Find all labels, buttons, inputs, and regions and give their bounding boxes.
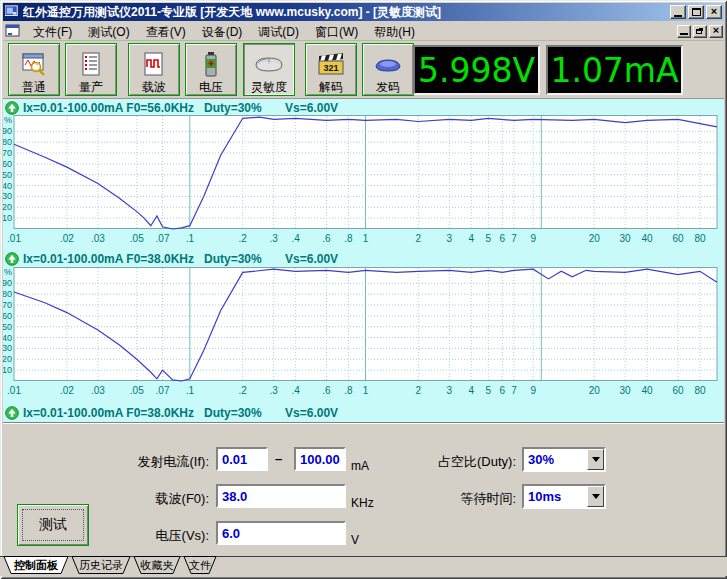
svg-text:5: 5 (486, 233, 492, 244)
chevron-down-icon (592, 457, 600, 462)
svg-text:5: 5 (486, 385, 492, 396)
menu-bar: 文件(F)测试(O)查看(V)设备(D)调试(D)窗口(W)帮助(H) × (3, 22, 724, 41)
svg-text:.3: .3 (269, 233, 278, 244)
svg-text:.2: .2 (239, 233, 248, 244)
title-bar: 红外遥控万用测试仪2011-专业版 [开发天地 www.mcusky.com] … (3, 3, 724, 21)
menu-help[interactable]: 帮助(H) (366, 23, 423, 41)
svg-text:.8: .8 (344, 233, 353, 244)
svg-text:.8: .8 (344, 385, 353, 396)
status-line-top: Ix=0.01-100.00mA F0=56.0KHz Duty=30% Vs=… (5, 100, 338, 115)
svg-text:9: 9 (530, 385, 536, 396)
duty-label: 占空比(Duty): (408, 453, 516, 471)
toolbar-button-label: 载波 (142, 80, 166, 94)
svg-text:.02: .02 (60, 233, 74, 244)
toolbar-buttons: 普通量产载波电压灵敏度321解码发码 (3, 43, 414, 96)
voltage-label: 电压(Vs): (99, 527, 209, 545)
svg-text:90: 90 (3, 126, 12, 136)
mouse-icon (254, 48, 284, 80)
test-button[interactable]: 测试 (17, 504, 89, 546)
mdi-minimize-button[interactable] (677, 25, 691, 38)
chart-panel: Ix=0.01-100.00mA F0=56.0KHz Duty=30% Vs=… (3, 98, 724, 422)
svg-text:%: % (4, 115, 12, 125)
toolbar-button-label: 灵敏度 (251, 80, 287, 94)
svg-text:.07: .07 (156, 233, 170, 244)
menu-items: 文件(F)测试(O)查看(V)设备(D)调试(D)窗口(W)帮助(H) (25, 22, 423, 41)
status-line-bottom-text: Ix=0.01-100.00mA F0=38.0KHz Duty=30% Vs=… (23, 406, 338, 420)
carrier-label: 载波(F0): (99, 490, 209, 508)
toolbar-button-voltage[interactable]: 电压 (185, 43, 237, 96)
duty-dropdown-button[interactable] (587, 449, 604, 470)
duty-value: 30% (524, 449, 587, 470)
svg-text:.02: .02 (60, 385, 74, 396)
svg-text:6: 6 (500, 385, 506, 396)
minimize-button[interactable] (670, 5, 686, 19)
svg-text:%: % (4, 267, 12, 277)
toolbar-button-sendcode[interactable]: 发码 (362, 43, 414, 96)
battery-icon (198, 48, 224, 80)
svg-text:40: 40 (3, 181, 12, 191)
window-title: 红外遥控万用测试仪2011-专业版 [开发天地 www.mcusky.com] … (23, 4, 670, 21)
svg-text:40: 40 (3, 333, 12, 343)
status-line-middle-text: Ix=0.01-100.00mA F0=38.0KHz Duty=30% Vs=… (23, 252, 338, 266)
svg-text:3: 3 (447, 233, 453, 244)
svg-text:.6: .6 (322, 385, 331, 396)
svg-text:.07: .07 (156, 385, 170, 396)
current-max-input[interactable] (294, 447, 346, 471)
svg-text:10: 10 (3, 213, 12, 223)
menu-view[interactable]: 查看(V) (138, 23, 194, 41)
toolbar-button-sensitivity[interactable]: 灵敏度 (243, 43, 295, 96)
maximize-button[interactable] (688, 5, 704, 19)
toolbar-button-label: 量产 (79, 80, 103, 94)
toolbar-button-normal[interactable]: 普通 (8, 43, 60, 96)
svg-text:70: 70 (3, 148, 12, 158)
svg-text:.1: .1 (186, 385, 195, 396)
svg-text:6: 6 (500, 233, 506, 244)
mdi-close-button[interactable]: × (709, 25, 723, 38)
duty-dropdown[interactable]: 30% (522, 447, 606, 472)
close-button[interactable]: × (706, 5, 722, 19)
svg-text:20: 20 (589, 233, 601, 244)
app-window: 红外遥控万用测试仪2011-专业版 [开发天地 www.mcusky.com] … (0, 0, 727, 579)
toolbar-button-decode[interactable]: 321解码 (305, 43, 357, 96)
svg-text:50: 50 (3, 322, 12, 332)
current-min-input[interactable] (216, 447, 268, 471)
toolbar-button-production[interactable]: 量产 (65, 43, 117, 96)
svg-text:80: 80 (3, 137, 12, 147)
window-wave-magnifier-icon (21, 48, 47, 80)
mdi-close-icon: × (713, 25, 719, 36)
svg-text:.4: .4 (291, 385, 300, 396)
svg-text:9: 9 (530, 233, 536, 244)
wait-dropdown[interactable]: 10ms (522, 484, 606, 509)
wait-label: 等待时间: (408, 490, 516, 508)
voltage-unit: V (351, 533, 359, 547)
svg-text:.2: .2 (239, 385, 248, 396)
up-arrow-icon (5, 252, 19, 266)
voltage-display: 5.998V (413, 45, 540, 95)
menu-debug[interactable]: 调试(D) (250, 23, 307, 41)
menu-window[interactable]: 窗口(W) (307, 23, 366, 41)
toolbar-button-carrier[interactable]: 载波 (128, 43, 180, 96)
menu-file[interactable]: 文件(F) (25, 23, 80, 41)
tab-favorites-label: 收藏夹 (141, 559, 174, 571)
up-arrow-icon (5, 101, 19, 115)
svg-text:10: 10 (3, 365, 12, 375)
svg-text:2: 2 (416, 233, 422, 244)
svg-text:1: 1 (363, 385, 369, 396)
svg-text:.03: .03 (91, 385, 105, 396)
status-line-middle: Ix=0.01-100.00mA F0=38.0KHz Duty=30% Vs=… (5, 251, 338, 266)
svg-text:30: 30 (620, 233, 632, 244)
menu-test[interactable]: 测试(O) (80, 23, 137, 41)
svg-text:.03: .03 (91, 233, 105, 244)
toolbar-button-label: 发码 (376, 80, 400, 94)
carrier-input[interactable] (216, 484, 346, 508)
app-icon (5, 5, 19, 19)
sensitivity-chart-38khz: .01.02.03.05.07.1.2.3.4.6.81234567920304… (3, 267, 724, 401)
mdi-restore-button[interactable] (693, 25, 707, 38)
menu-device[interactable]: 设备(D) (194, 23, 251, 41)
toolbar: 普通量产载波电压灵敏度321解码发码 5.998V 1.07mA (3, 42, 724, 98)
voltage-input[interactable] (216, 521, 346, 545)
svg-text:40: 40 (642, 233, 654, 244)
wait-dropdown-button[interactable] (587, 486, 604, 507)
mdi-restore-icon (696, 29, 702, 34)
emit-current-label: 发射电流(If): (99, 453, 209, 471)
